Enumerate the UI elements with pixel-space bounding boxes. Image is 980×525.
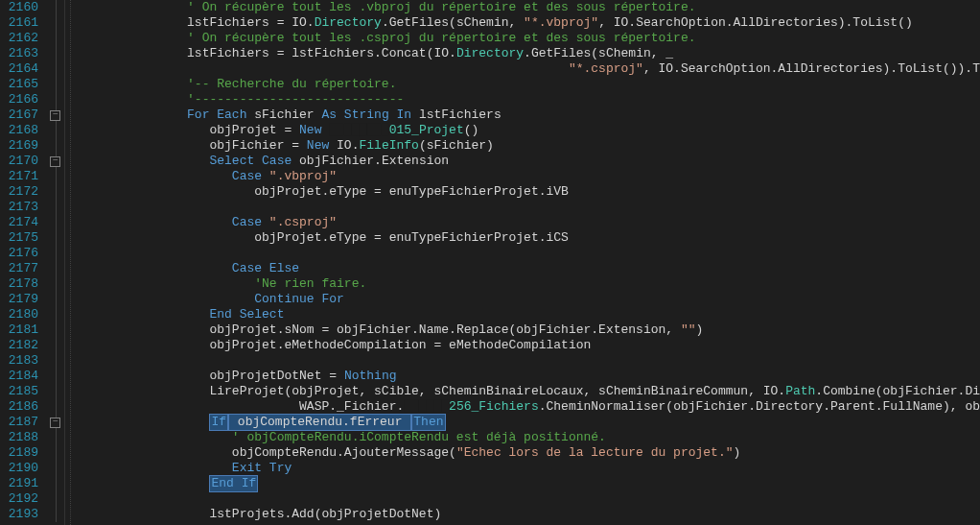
fold-line — [46, 200, 64, 215]
code-line[interactable]: '-- Recherche du répertoire. — [75, 77, 980, 92]
code-line[interactable] — [75, 353, 980, 369]
code-line[interactable]: ' On récupère tout les .csproj du répert… — [75, 31, 980, 46]
code-content[interactable]: ' On récupère tout les .vbproj du répert… — [71, 0, 980, 525]
code-line[interactable]: End Select — [75, 307, 980, 322]
code-line[interactable]: Case ".vbproj" — [75, 169, 980, 184]
line-number: 2186 — [4, 399, 38, 415]
line-number: 2173 — [4, 200, 38, 215]
fold-line — [46, 246, 64, 261]
code-line[interactable]: "*.csproj", IO.SearchOption.AllDirectori… — [75, 61, 980, 77]
line-number: 2165 — [4, 77, 38, 92]
fold-line — [46, 215, 64, 230]
code-line[interactable]: lstFichiers = IO.Directory.GetFiles(sChe… — [75, 15, 980, 31]
fold-line — [46, 491, 64, 507]
line-number: 2183 — [4, 353, 38, 369]
selection: Then — [411, 414, 445, 431]
line-number: 2192 — [4, 491, 38, 507]
code-line[interactable]: objCompteRendu.AjouterMessage("Echec lor… — [75, 445, 980, 461]
code-line[interactable] — [75, 491, 980, 507]
code-line[interactable]: Case ".csproj" — [75, 215, 980, 230]
code-editor[interactable]: 2160216121622163216421652166216721682169… — [0, 0, 980, 525]
fold-line — [46, 369, 64, 384]
fold-line — [46, 476, 64, 491]
code-line[interactable]: For Each sFichier As String In lstFichie… — [75, 107, 980, 123]
code-line[interactable]: LireProjet(objProjet, sCible, sCheminBin… — [75, 384, 980, 399]
fold-toggle-icon[interactable] — [46, 415, 64, 430]
code-line[interactable]: objFichier = New IO.FileInfo(sFichier) — [75, 138, 980, 154]
fold-gutter[interactable] — [46, 0, 65, 525]
fold-line — [46, 31, 64, 46]
fold-line — [46, 15, 64, 31]
line-number: 2182 — [4, 338, 38, 353]
fold-line — [46, 276, 64, 292]
line-number: 2161 — [4, 15, 38, 31]
code-line[interactable]: ' objCompteRendu.iCompteRendu est déjà p… — [75, 430, 980, 445]
line-number: 2162 — [4, 31, 38, 46]
line-number: 2171 — [4, 169, 38, 184]
fold-line — [46, 430, 64, 445]
line-number: 2191 — [4, 476, 38, 491]
line-number: 2175 — [4, 230, 38, 246]
line-number: 2176 — [4, 246, 38, 261]
fold-line — [46, 123, 64, 138]
fold-line — [46, 169, 64, 184]
line-number: 2172 — [4, 184, 38, 200]
code-line[interactable]: ' On récupère tout les .vbproj du répert… — [75, 0, 980, 15]
code-line[interactable]: WASP._Fichier.██████256_Fichiers.CheminN… — [75, 399, 980, 415]
line-number: 2189 — [4, 445, 38, 461]
line-number: 2167 — [4, 107, 38, 123]
fold-line — [46, 61, 64, 77]
code-line[interactable]: 'Ne rien faire. — [75, 276, 980, 292]
line-number: 2163 — [4, 46, 38, 61]
line-number: 2177 — [4, 261, 38, 276]
line-number: 2164 — [4, 61, 38, 77]
code-line[interactable]: objProjet.sNom = objFichier.Name.Replace… — [75, 322, 980, 338]
fold-toggle-icon[interactable] — [46, 107, 64, 123]
fold-line — [46, 0, 64, 15]
code-line[interactable]: lstProjets.Add(objProjetDotNet) — [75, 507, 980, 522]
code-line[interactable] — [75, 200, 980, 215]
code-line[interactable]: Continue For — [75, 292, 980, 307]
fold-toggle-icon[interactable] — [46, 154, 64, 169]
line-number: 2169 — [4, 138, 38, 154]
fold-line — [46, 461, 64, 476]
line-number: 2160 — [4, 0, 38, 15]
code-line[interactable]: If objCompteRendu.fErreur Then — [75, 415, 980, 430]
line-number: 2180 — [4, 307, 38, 322]
line-number: 2174 — [4, 215, 38, 230]
selection: If — [209, 414, 228, 431]
line-number: 2178 — [4, 276, 38, 292]
fold-line — [46, 230, 64, 246]
fold-line — [46, 338, 64, 353]
code-line[interactable] — [75, 246, 980, 261]
line-number: 2190 — [4, 461, 38, 476]
line-number: 2193 — [4, 507, 38, 522]
fold-line — [46, 46, 64, 61]
fold-line — [46, 307, 64, 322]
fold-line — [46, 138, 64, 154]
code-line[interactable]: Exit Try — [75, 461, 980, 476]
code-line[interactable]: objProjet = New ████████015_Projet() — [75, 123, 980, 138]
fold-line — [46, 399, 64, 415]
code-line[interactable]: Select Case objFichier.Extension — [75, 154, 980, 169]
line-number: 2179 — [4, 292, 38, 307]
fold-line — [46, 507, 64, 522]
code-line[interactable]: objProjetDotNet = Nothing — [75, 369, 980, 384]
selection: End If — [209, 475, 258, 492]
fold-line — [46, 292, 64, 307]
code-line[interactable]: Case Else — [75, 261, 980, 276]
code-line[interactable]: End If — [75, 476, 980, 491]
code-line[interactable]: lstFichiers = lstFichiers.Concat(IO.Dire… — [75, 46, 980, 61]
line-number: 2188 — [4, 430, 38, 445]
line-number: 2181 — [4, 322, 38, 338]
code-line[interactable]: objProjet.eType = enuTypeFichierProjet.i… — [75, 230, 980, 246]
fold-line — [46, 261, 64, 276]
code-line[interactable]: objProjet.eMethodeCompilation = eMethode… — [75, 338, 980, 353]
line-number: 2168 — [4, 123, 38, 138]
selection: objCompteRendu.fErreur — [228, 414, 411, 431]
line-number: 2184 — [4, 369, 38, 384]
code-line[interactable]: '---------------------------- — [75, 92, 980, 107]
code-line[interactable]: objProjet.eType = enuTypeFichierProjet.i… — [75, 184, 980, 200]
fold-line — [46, 184, 64, 200]
line-number-gutter: 2160216121622163216421652166216721682169… — [0, 0, 46, 525]
